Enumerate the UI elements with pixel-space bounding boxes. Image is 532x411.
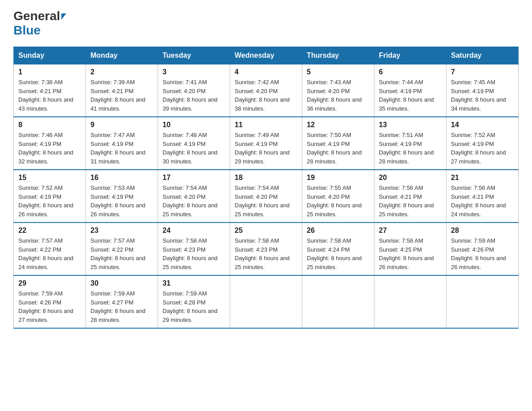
day-info: Sunrise: 7:56 AM Sunset: 4:21 PM Dayligh… bbox=[451, 184, 514, 218]
header-tuesday: Tuesday bbox=[158, 47, 230, 64]
day-info: Sunrise: 7:59 AM Sunset: 4:28 PM Dayligh… bbox=[163, 289, 225, 324]
day-info: Sunrise: 7:59 AM Sunset: 4:26 PM Dayligh… bbox=[18, 289, 81, 324]
calendar-cell: 27 Sunrise: 7:58 AM Sunset: 4:25 PM Dayl… bbox=[374, 223, 446, 275]
calendar-cell: 10 Sunrise: 7:48 AM Sunset: 4:19 PM Dayl… bbox=[158, 117, 230, 170]
day-info: Sunrise: 7:57 AM Sunset: 4:22 PM Dayligh… bbox=[90, 236, 153, 271]
day-number: 30 bbox=[90, 279, 153, 287]
calendar-cell: 22 Sunrise: 7:57 AM Sunset: 4:22 PM Dayl… bbox=[14, 223, 86, 275]
day-number: 11 bbox=[235, 121, 297, 129]
day-info: Sunrise: 7:51 AM Sunset: 4:19 PM Dayligh… bbox=[379, 131, 442, 166]
day-info: Sunrise: 7:44 AM Sunset: 4:19 PM Dayligh… bbox=[379, 78, 442, 113]
calendar-cell: 23 Sunrise: 7:57 AM Sunset: 4:22 PM Dayl… bbox=[86, 223, 158, 275]
calendar-cell: 4 Sunrise: 7:42 AM Sunset: 4:20 PM Dayli… bbox=[230, 64, 302, 117]
header-sunday: Sunday bbox=[14, 47, 86, 64]
day-number: 7 bbox=[451, 68, 514, 76]
calendar-cell: 5 Sunrise: 7:43 AM Sunset: 4:20 PM Dayli… bbox=[302, 64, 374, 117]
day-number: 19 bbox=[307, 174, 369, 182]
day-info: Sunrise: 7:53 AM Sunset: 4:19 PM Dayligh… bbox=[90, 184, 153, 218]
calendar-cell: 18 Sunrise: 7:54 AM Sunset: 4:20 PM Dayl… bbox=[230, 170, 302, 223]
day-number: 3 bbox=[163, 68, 225, 76]
day-info: Sunrise: 7:49 AM Sunset: 4:19 PM Dayligh… bbox=[235, 131, 297, 166]
day-number: 28 bbox=[451, 227, 514, 235]
calendar-cell: 24 Sunrise: 7:58 AM Sunset: 4:23 PM Dayl… bbox=[158, 223, 230, 275]
day-number: 20 bbox=[379, 174, 442, 182]
calendar-cell: 31 Sunrise: 7:59 AM Sunset: 4:28 PM Dayl… bbox=[158, 275, 230, 328]
calendar-cell: 2 Sunrise: 7:39 AM Sunset: 4:21 PM Dayli… bbox=[86, 64, 158, 117]
weekday-header-row: SundayMondayTuesdayWednesdayThursdayFrid… bbox=[14, 47, 519, 64]
day-info: Sunrise: 7:56 AM Sunset: 4:21 PM Dayligh… bbox=[379, 184, 442, 218]
week-row-2: 8 Sunrise: 7:46 AM Sunset: 4:19 PM Dayli… bbox=[14, 117, 519, 170]
calendar-cell bbox=[302, 275, 374, 328]
day-number: 29 bbox=[18, 279, 81, 287]
calendar-cell: 30 Sunrise: 7:59 AM Sunset: 4:27 PM Dayl… bbox=[86, 275, 158, 328]
day-number: 14 bbox=[451, 121, 514, 129]
calendar-cell: 7 Sunrise: 7:45 AM Sunset: 4:19 PM Dayli… bbox=[446, 64, 519, 117]
day-number: 16 bbox=[90, 174, 153, 182]
calendar-cell: 13 Sunrise: 7:51 AM Sunset: 4:19 PM Dayl… bbox=[374, 117, 446, 170]
calendar-cell: 16 Sunrise: 7:53 AM Sunset: 4:19 PM Dayl… bbox=[86, 170, 158, 223]
day-number: 1 bbox=[18, 68, 81, 76]
day-info: Sunrise: 7:46 AM Sunset: 4:19 PM Dayligh… bbox=[18, 131, 81, 166]
calendar-cell: 15 Sunrise: 7:52 AM Sunset: 4:19 PM Dayl… bbox=[14, 170, 86, 223]
day-number: 15 bbox=[18, 174, 81, 182]
day-info: Sunrise: 7:54 AM Sunset: 4:20 PM Dayligh… bbox=[235, 184, 297, 218]
header-wednesday: Wednesday bbox=[230, 47, 302, 64]
calendar-cell: 28 Sunrise: 7:59 AM Sunset: 4:26 PM Dayl… bbox=[446, 223, 519, 275]
day-number: 24 bbox=[163, 227, 225, 235]
day-info: Sunrise: 7:47 AM Sunset: 4:19 PM Dayligh… bbox=[90, 131, 153, 166]
logo-triangle-icon bbox=[61, 13, 66, 20]
day-info: Sunrise: 7:57 AM Sunset: 4:22 PM Dayligh… bbox=[18, 236, 81, 271]
day-number: 4 bbox=[235, 68, 297, 76]
day-number: 31 bbox=[163, 279, 225, 287]
day-number: 2 bbox=[90, 68, 153, 76]
week-row-4: 22 Sunrise: 7:57 AM Sunset: 4:22 PM Dayl… bbox=[14, 223, 519, 275]
header-monday: Monday bbox=[86, 47, 158, 64]
calendar-cell bbox=[230, 275, 302, 328]
calendar-cell bbox=[446, 275, 519, 328]
day-number: 22 bbox=[18, 227, 81, 235]
calendar-cell: 25 Sunrise: 7:58 AM Sunset: 4:23 PM Dayl… bbox=[230, 223, 302, 275]
header-thursday: Thursday bbox=[302, 47, 374, 64]
calendar-cell: 20 Sunrise: 7:56 AM Sunset: 4:21 PM Dayl… bbox=[374, 170, 446, 223]
day-info: Sunrise: 7:58 AM Sunset: 4:23 PM Dayligh… bbox=[163, 236, 225, 271]
day-info: Sunrise: 7:54 AM Sunset: 4:20 PM Dayligh… bbox=[163, 184, 225, 218]
day-number: 23 bbox=[90, 227, 153, 235]
day-info: Sunrise: 7:58 AM Sunset: 4:25 PM Dayligh… bbox=[379, 236, 442, 271]
day-number: 21 bbox=[451, 174, 514, 182]
calendar-cell bbox=[374, 275, 446, 328]
calendar-cell: 9 Sunrise: 7:47 AM Sunset: 4:19 PM Dayli… bbox=[86, 117, 158, 170]
day-number: 5 bbox=[307, 68, 369, 76]
day-info: Sunrise: 7:52 AM Sunset: 4:19 PM Dayligh… bbox=[451, 131, 514, 166]
calendar-cell: 19 Sunrise: 7:55 AM Sunset: 4:20 PM Dayl… bbox=[302, 170, 374, 223]
calendar-cell: 17 Sunrise: 7:54 AM Sunset: 4:20 PM Dayl… bbox=[158, 170, 230, 223]
day-info: Sunrise: 7:43 AM Sunset: 4:20 PM Dayligh… bbox=[307, 78, 369, 113]
calendar-cell: 8 Sunrise: 7:46 AM Sunset: 4:19 PM Dayli… bbox=[14, 117, 86, 170]
calendar-cell: 26 Sunrise: 7:58 AM Sunset: 4:24 PM Dayl… bbox=[302, 223, 374, 275]
calendar-cell: 14 Sunrise: 7:52 AM Sunset: 4:19 PM Dayl… bbox=[446, 117, 519, 170]
logo: General Blue bbox=[13, 9, 66, 38]
week-row-1: 1 Sunrise: 7:38 AM Sunset: 4:21 PM Dayli… bbox=[14, 64, 519, 117]
day-number: 25 bbox=[235, 227, 297, 235]
calendar-cell: 29 Sunrise: 7:59 AM Sunset: 4:26 PM Dayl… bbox=[14, 275, 86, 328]
day-number: 18 bbox=[235, 174, 297, 182]
day-info: Sunrise: 7:58 AM Sunset: 4:23 PM Dayligh… bbox=[235, 236, 297, 271]
day-number: 8 bbox=[18, 121, 81, 129]
logo-general-text: General bbox=[13, 9, 60, 23]
day-info: Sunrise: 7:48 AM Sunset: 4:19 PM Dayligh… bbox=[163, 131, 225, 166]
calendar-cell: 12 Sunrise: 7:50 AM Sunset: 4:19 PM Dayl… bbox=[302, 117, 374, 170]
day-number: 27 bbox=[379, 227, 442, 235]
day-info: Sunrise: 7:55 AM Sunset: 4:20 PM Dayligh… bbox=[307, 184, 369, 218]
calendar-cell: 3 Sunrise: 7:41 AM Sunset: 4:20 PM Dayli… bbox=[158, 64, 230, 117]
header-saturday: Saturday bbox=[446, 47, 519, 64]
calendar-cell: 6 Sunrise: 7:44 AM Sunset: 4:19 PM Dayli… bbox=[374, 64, 446, 117]
day-info: Sunrise: 7:58 AM Sunset: 4:24 PM Dayligh… bbox=[307, 236, 369, 271]
day-number: 6 bbox=[379, 68, 442, 76]
day-info: Sunrise: 7:59 AM Sunset: 4:26 PM Dayligh… bbox=[451, 236, 514, 271]
page-header: General Blue bbox=[13, 9, 519, 38]
calendar-cell: 21 Sunrise: 7:56 AM Sunset: 4:21 PM Dayl… bbox=[446, 170, 519, 223]
day-info: Sunrise: 7:42 AM Sunset: 4:20 PM Dayligh… bbox=[235, 78, 297, 113]
day-info: Sunrise: 7:50 AM Sunset: 4:19 PM Dayligh… bbox=[307, 131, 369, 166]
day-number: 13 bbox=[379, 121, 442, 129]
week-row-5: 29 Sunrise: 7:59 AM Sunset: 4:26 PM Dayl… bbox=[14, 275, 519, 328]
week-row-3: 15 Sunrise: 7:52 AM Sunset: 4:19 PM Dayl… bbox=[14, 170, 519, 223]
